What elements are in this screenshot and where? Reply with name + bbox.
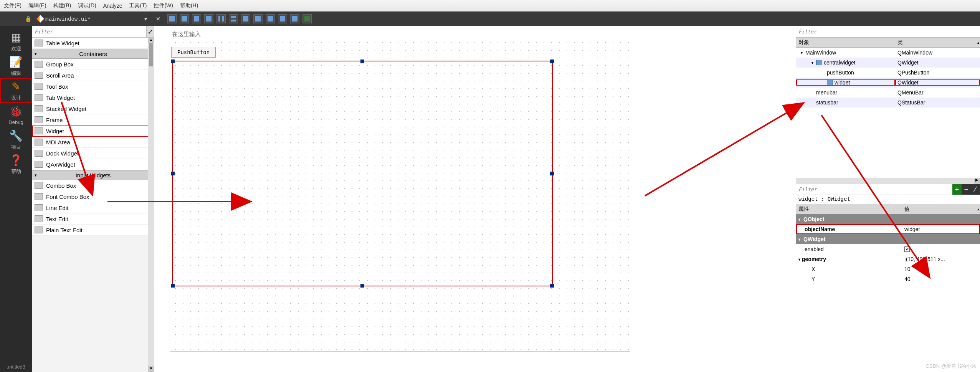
widget-category-header[interactable]: ▾Containers [32,49,154,59]
property-filter-input[interactable] [796,184,952,195]
col-object[interactable]: 对象 [796,38,895,47]
widget-scrollbar[interactable]: ▲ ▼ [148,38,154,372]
break-layout-icon[interactable] [290,14,299,23]
layout-vsplit-icon[interactable] [253,14,263,23]
close-file-button[interactable]: ✕ [153,16,164,22]
mode-debug[interactable]: 🐞Debug [0,103,32,127]
widget-item[interactable]: Group Box [32,59,154,70]
object-filter-input[interactable] [796,26,980,37]
col-class[interactable]: 类▴ [895,38,980,47]
widget-item[interactable]: Widget [32,126,154,137]
menu-tools[interactable]: 工具(T) [129,2,147,9]
widget-item[interactable]: Tab Widget [32,92,154,103]
widget-icon [35,204,43,211]
object-tree-row[interactable]: ▾MainWindowQMainWindow [796,48,980,58]
widget-item[interactable]: Text Edit [32,213,154,225]
project-name[interactable]: untitled3 [7,364,25,370]
scroll-right-icon[interactable]: ▶ [974,178,980,184]
resize-handle[interactable] [360,284,364,288]
resize-handle[interactable] [360,60,364,63]
menu-file[interactable]: 文件(F) [4,2,21,9]
add-property-button[interactable]: + [952,184,962,195]
layout-icon-4[interactable] [204,14,213,23]
property-row[interactable]: X10 [796,264,980,274]
property-row[interactable]: Y40 [796,274,980,284]
menu-widgets[interactable]: 控件(W) [154,2,173,9]
layout-grid-icon[interactable] [278,14,287,23]
mode-welcome[interactable]: ▦欢迎 [0,29,32,54]
property-value[interactable]: widget [904,226,920,232]
widget-item[interactable]: Tool Box [32,81,154,92]
resize-handle[interactable] [171,284,175,288]
resize-handle[interactable] [171,60,175,63]
menu-help[interactable]: 帮助(H) [180,2,198,9]
object-tree-row[interactable]: pushButtonQPushButton [796,68,980,78]
col-property[interactable]: 属性 [796,204,902,214]
resize-handle[interactable] [171,172,175,175]
mode-help[interactable]: ❓帮助 [0,152,32,177]
filter-expand-icon[interactable]: ⤢ [146,26,154,37]
design-canvas[interactable]: 在这里输入 PushButton [154,26,796,372]
reset-property-button[interactable]: ⁄ [971,184,980,195]
layout-icon-3[interactable] [192,14,201,23]
property-rows: ▾QObjectobjectNamewidget▾QWidgetenabled✔… [796,214,980,372]
menu-edit[interactable]: 编辑(E) [28,2,46,9]
widget-filter-input[interactable] [32,26,146,37]
widget-item[interactable]: Plain Text Edit [32,225,154,236]
widget-item[interactable]: Scroll Area [32,70,154,81]
widget-item[interactable]: Font Combo Box [32,191,154,202]
scroll-thumb[interactable] [149,43,153,66]
mode-design[interactable]: ✎设计 [0,78,32,103]
mode-label: Debug [8,119,23,125]
widget-item[interactable]: MDI Area [32,137,154,148]
object-tree-row[interactable]: ▾centralwidgetQWidget [796,58,980,68]
property-value[interactable]: 10 [904,266,911,272]
widget-item[interactable]: Dock Widget [32,148,154,159]
property-row[interactable]: objectNamewidget [796,224,980,234]
property-row[interactable]: ▾geometry[(10, 40), 511 x... [796,254,980,264]
object-name: statusbar [816,99,838,106]
mode-edit[interactable]: 📝编辑 [0,54,32,78]
selected-widget[interactable] [172,61,553,286]
resize-handle[interactable] [550,172,554,175]
widget-icon [35,116,43,123]
widget-item[interactable]: QAxWidget [32,159,154,170]
object-tree-row[interactable]: widgetQWidget [796,78,980,88]
widget-item[interactable]: Frame [32,114,154,126]
widget-icon [35,105,43,112]
adjust-size-icon[interactable] [302,14,312,23]
scroll-up-icon[interactable]: ▲ [148,38,154,43]
widget-item[interactable]: Line Edit [32,202,154,213]
lock-icon: 🔒 [0,16,35,22]
push-button-widget[interactable]: PushButton [171,47,216,58]
widget-category-header[interactable]: ▾Input Widgets [32,170,154,180]
col-value[interactable]: 值▴ [902,204,980,214]
file-dropdown[interactable]: ▾ [142,16,149,22]
property-value[interactable]: [(10, 40), 511 x... [904,256,945,262]
layout-form-icon[interactable] [266,14,275,23]
layout-icon-2[interactable] [180,14,189,23]
property-row[interactable]: enabled✔ [796,244,980,254]
layout-hbox-icon[interactable] [216,14,226,23]
mode-projects[interactable]: 🔧项目 [0,127,32,152]
object-tree-row[interactable]: menubarQMenuBar [796,88,980,98]
scroll-down-icon[interactable]: ▼ [148,366,154,372]
open-file[interactable]: mainwindow.ui* [35,16,142,22]
menu-analyze[interactable]: Analyze [103,3,122,9]
menu-build[interactable]: 构建(B) [53,2,71,9]
property-value[interactable]: 40 [904,276,911,282]
resize-handle[interactable] [550,60,554,63]
layout-vbox-icon[interactable] [229,14,238,23]
object-tree-row[interactable]: statusbarQStatusBar [796,98,980,107]
widget-item[interactable]: Stacked Widget [32,103,154,114]
widget-item[interactable]: Combo Box [32,180,154,191]
resize-handle[interactable] [550,284,554,288]
widget-item[interactable]: Table Widget [32,38,154,49]
checkbox-icon[interactable]: ✔ [904,246,910,252]
menu-debug[interactable]: 调试(D) [78,2,96,9]
property-category[interactable]: ▾QObject [796,214,980,224]
property-category[interactable]: ▾QWidget [796,234,980,244]
layout-hsplit-icon[interactable] [241,14,250,23]
layout-icon-1[interactable] [167,14,177,23]
remove-property-button[interactable]: − [962,184,971,195]
